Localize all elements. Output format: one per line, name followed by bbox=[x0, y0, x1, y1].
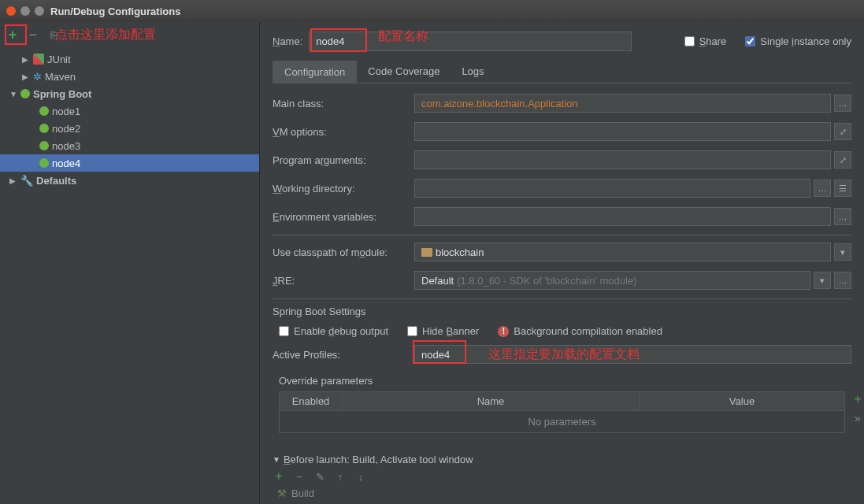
classpath-value: blockchain bbox=[436, 246, 484, 258]
jre-value: Default bbox=[421, 275, 454, 286]
hammer-icon: ⚒ bbox=[277, 487, 287, 499]
list-button[interactable]: ☰ bbox=[834, 180, 851, 197]
expand-button[interactable]: ⤢ bbox=[834, 123, 851, 140]
remove-config-button[interactable]: − bbox=[27, 28, 39, 41]
jre-hint: (1.8.0_60 - SDK of 'blockchain' module) bbox=[457, 275, 636, 286]
classpath-label: Use classpath of module: bbox=[273, 246, 414, 258]
tree-item-spring-boot[interactable]: ▼ Spring Boot bbox=[0, 85, 259, 102]
jre-label: JRE: bbox=[273, 275, 414, 287]
name-label: Name: bbox=[273, 35, 302, 47]
error-icon: ! bbox=[498, 326, 509, 337]
working-dir-input[interactable] bbox=[414, 179, 810, 198]
build-label: Build bbox=[291, 487, 314, 499]
main-class-label: Main class: bbox=[273, 98, 414, 109]
name-input[interactable] bbox=[309, 32, 632, 51]
chevron-down-icon[interactable]: ▼ bbox=[273, 455, 280, 464]
before-launch-item[interactable]: ⚒ Build bbox=[273, 487, 851, 499]
spring-icon bbox=[20, 89, 30, 98]
add-param-button[interactable]: + bbox=[850, 391, 864, 407]
add-config-button[interactable]: + bbox=[6, 28, 19, 41]
active-profiles-input[interactable] bbox=[414, 345, 851, 364]
tree-label: node4 bbox=[52, 158, 80, 169]
override-params-label: Override parameters bbox=[279, 375, 845, 387]
col-value: Value bbox=[640, 392, 844, 410]
bl-remove-button[interactable]: − bbox=[293, 470, 306, 483]
col-enabled: Enabled bbox=[280, 392, 343, 410]
tree-item-defaults[interactable]: ▶ 🔧 Defaults bbox=[0, 172, 259, 189]
tab-configuration[interactable]: Configuration bbox=[273, 61, 357, 83]
single-instance-checkbox[interactable]: Single instance only bbox=[745, 35, 851, 47]
tree-label: node1 bbox=[52, 106, 80, 117]
titlebar: Run/Debug Configurations bbox=[0, 0, 864, 22]
spring-icon bbox=[39, 141, 49, 150]
expand-button[interactable]: ⤢ bbox=[834, 151, 851, 169]
share-checkbox[interactable]: Share bbox=[684, 35, 727, 47]
browse-button[interactable]: … bbox=[834, 272, 851, 289]
chevron-right-icon: ▶ bbox=[22, 72, 30, 81]
left-panel: + − ⎘ 点击这里添加配置 ▶ JUnit ▶ ✲ Maven ▼ Sprin… bbox=[0, 22, 260, 504]
env-vars-label: Environment variables: bbox=[273, 211, 414, 223]
tree-label: JUnit bbox=[47, 54, 71, 65]
config-tree: ▶ JUnit ▶ ✲ Maven ▼ Spring Boot node1 no… bbox=[0, 47, 259, 504]
chevron-down-icon: ▼ bbox=[9, 90, 17, 98]
program-args-label: Program arguments: bbox=[273, 154, 414, 166]
browse-button[interactable]: … bbox=[814, 180, 831, 197]
spring-icon bbox=[39, 106, 49, 116]
hide-banner-checkbox[interactable]: Hide Banner bbox=[407, 325, 479, 337]
maven-icon: ✲ bbox=[33, 71, 42, 83]
program-args-input[interactable] bbox=[414, 150, 831, 169]
close-icon[interactable] bbox=[6, 6, 16, 16]
tab-code-coverage[interactable]: Code Coverage bbox=[357, 61, 451, 83]
tab-logs[interactable]: Logs bbox=[451, 61, 495, 83]
maximize-icon[interactable] bbox=[35, 6, 44, 16]
tree-item-node2[interactable]: node2 bbox=[0, 120, 259, 137]
chevron-right-icon: ▶ bbox=[9, 176, 17, 185]
tree-item-junit[interactable]: ▶ JUnit bbox=[0, 50, 259, 68]
tree-item-node3[interactable]: node3 bbox=[0, 137, 259, 154]
annotation-add-hint: 点击这里添加配置 bbox=[55, 27, 156, 43]
window-controls bbox=[6, 6, 44, 16]
window-title: Run/Debug Configurations bbox=[50, 6, 180, 17]
browse-button[interactable]: … bbox=[834, 208, 851, 225]
enable-debug-checkbox[interactable]: Enable debug output bbox=[279, 325, 388, 337]
no-params-text: No parameters bbox=[280, 411, 844, 432]
dropdown-button[interactable]: ▾ bbox=[834, 243, 851, 261]
config-tabs: Configuration Code Coverage Logs bbox=[273, 61, 851, 83]
tree-label: Maven bbox=[45, 71, 76, 83]
vm-options-input[interactable] bbox=[414, 122, 831, 141]
classpath-select[interactable]: blockchain bbox=[414, 243, 831, 261]
env-vars-input[interactable] bbox=[414, 207, 831, 226]
main-class-input[interactable] bbox=[414, 94, 831, 113]
wrench-icon: 🔧 bbox=[20, 175, 33, 187]
vm-options-label: VM options: bbox=[273, 126, 414, 138]
active-profiles-label: Active Profiles: bbox=[273, 349, 414, 361]
dropdown-button[interactable]: ▾ bbox=[814, 272, 831, 289]
bl-down-button[interactable]: ↓ bbox=[354, 470, 367, 483]
tree-label: Defaults bbox=[36, 175, 76, 187]
bl-add-button[interactable]: + bbox=[273, 470, 285, 483]
tree-label: Spring Boot bbox=[33, 88, 91, 100]
folder-icon bbox=[421, 248, 432, 257]
browse-button[interactable]: … bbox=[834, 94, 851, 112]
copy-config-button[interactable]: ⎘ bbox=[47, 28, 60, 41]
spring-icon bbox=[39, 124, 49, 133]
minimize-icon[interactable] bbox=[20, 6, 30, 16]
junit-icon bbox=[33, 54, 44, 65]
chevron-right-icon: ▶ bbox=[22, 55, 30, 64]
bg-compilation-status: ! Background compilation enabled bbox=[498, 325, 662, 337]
bl-up-button[interactable]: ↑ bbox=[334, 470, 347, 483]
col-name: Name bbox=[343, 392, 640, 410]
right-panel: Name: 配置名称 Share Single instance only Co… bbox=[260, 22, 864, 504]
tree-item-node1[interactable]: node1 bbox=[0, 102, 259, 120]
more-param-button[interactable]: » bbox=[850, 410, 864, 426]
tree-item-node4[interactable]: node4 bbox=[0, 154, 259, 172]
bl-edit-button[interactable]: ✎ bbox=[313, 470, 326, 483]
working-dir-label: Working directory: bbox=[273, 183, 414, 195]
tree-item-maven[interactable]: ▶ ✲ Maven bbox=[0, 68, 259, 85]
spring-icon bbox=[39, 158, 49, 168]
left-toolbar: + − ⎘ 点击这里添加配置 bbox=[0, 22, 259, 47]
before-launch-label: Before launch: Build, Activate tool wind… bbox=[284, 454, 473, 465]
jre-select[interactable]: Default (1.8.0_60 - SDK of 'blockchain' … bbox=[414, 271, 810, 290]
spring-settings-label: Spring Boot Settings bbox=[273, 306, 851, 317]
override-params-table: Enabled Name Value No parameters bbox=[279, 391, 845, 433]
